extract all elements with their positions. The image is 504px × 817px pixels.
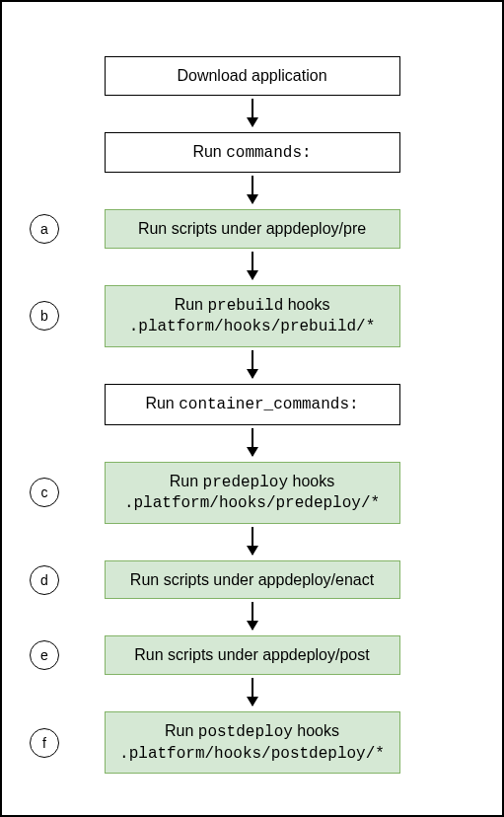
step-row-d: d Run scripts under appdeploy/enact xyxy=(2,560,502,600)
step-line2: .platform/hooks/postdeploy/* xyxy=(119,744,385,766)
text-prefix: Run xyxy=(145,395,179,411)
marker-e: e xyxy=(30,640,59,670)
arrow-icon xyxy=(252,99,253,126)
arrow-icon xyxy=(252,602,253,630)
step-run-commands: Run commands: xyxy=(105,132,400,174)
diagram-frame: Download application Run commands: a Run… xyxy=(0,0,504,817)
step-line1: Run postdeploy hooks xyxy=(165,720,339,744)
step-row-a: a Run scripts under appdeploy/pre xyxy=(2,209,502,249)
code-text: predeploy xyxy=(203,474,288,491)
marker-label: b xyxy=(40,308,48,324)
code-text: prebuild xyxy=(207,297,283,315)
step-predeploy-hooks: Run predeploy hooks .platform/hooks/pred… xyxy=(105,462,400,524)
step-text: Run scripts under appdeploy/pre xyxy=(138,218,366,240)
step-line1: Run predeploy hooks xyxy=(170,471,334,494)
text-prefix: Run xyxy=(175,296,208,313)
step-row-b: b Run prebuild hooks .platform/hooks/pre… xyxy=(2,285,502,347)
arrow-icon xyxy=(252,428,253,456)
text-suffix: hooks xyxy=(288,473,334,489)
code-text: container_commands: xyxy=(179,396,358,413)
step-line1: Run prebuild hooks xyxy=(175,294,330,318)
marker-label: d xyxy=(40,572,48,588)
text-prefix: Run xyxy=(170,473,203,489)
text-prefix: Run xyxy=(192,143,226,160)
step-row-e: e Run scripts under appdeploy/post xyxy=(2,635,502,675)
step-run-container-commands: Run container_commands: xyxy=(105,384,400,425)
step-row-c: c Run predeploy hooks .platform/hooks/pr… xyxy=(2,462,502,524)
marker-label: c xyxy=(41,484,48,500)
step-text: Run scripts under appdeploy/enact xyxy=(130,569,374,591)
step-line2: .platform/hooks/predeploy/* xyxy=(124,493,380,515)
step-appdeploy-pre: Run scripts under appdeploy/pre xyxy=(105,209,400,249)
marker-label: e xyxy=(40,647,48,663)
step-appdeploy-post: Run scripts under appdeploy/post xyxy=(105,635,400,675)
step-text: Run container_commands: xyxy=(145,393,358,416)
flow-column: Download application Run commands: a Run… xyxy=(2,2,502,774)
arrow-icon xyxy=(252,176,253,203)
step-prebuild-hooks: Run prebuild hooks .platform/hooks/prebu… xyxy=(105,285,400,347)
step-appdeploy-enact: Run scripts under appdeploy/enact xyxy=(105,560,400,600)
code-text: commands: xyxy=(226,144,311,162)
step-text: Run commands: xyxy=(192,141,311,165)
arrow-icon xyxy=(252,527,253,555)
text-suffix: hooks xyxy=(283,296,329,313)
marker-c: c xyxy=(30,478,59,507)
code-text: postdeploy xyxy=(198,723,293,741)
marker-d: d xyxy=(30,565,59,595)
arrow-icon xyxy=(252,350,253,378)
step-row-f: f Run postdeploy hooks .platform/hooks/p… xyxy=(2,711,502,774)
text-suffix: hooks xyxy=(293,722,339,739)
step-download-application: Download application xyxy=(105,56,400,96)
step-text: Run scripts under appdeploy/post xyxy=(134,644,369,666)
arrow-icon xyxy=(252,678,253,706)
step-line2: .platform/hooks/prebuild/* xyxy=(129,317,376,338)
marker-a: a xyxy=(30,214,59,244)
marker-f: f xyxy=(30,728,59,758)
marker-label: a xyxy=(40,221,48,237)
marker-b: b xyxy=(30,301,59,331)
step-postdeploy-hooks: Run postdeploy hooks .platform/hooks/pos… xyxy=(105,711,400,774)
arrow-icon xyxy=(252,252,253,279)
text-prefix: Run xyxy=(165,722,198,739)
step-text: Download application xyxy=(177,65,326,87)
marker-label: f xyxy=(42,735,46,751)
